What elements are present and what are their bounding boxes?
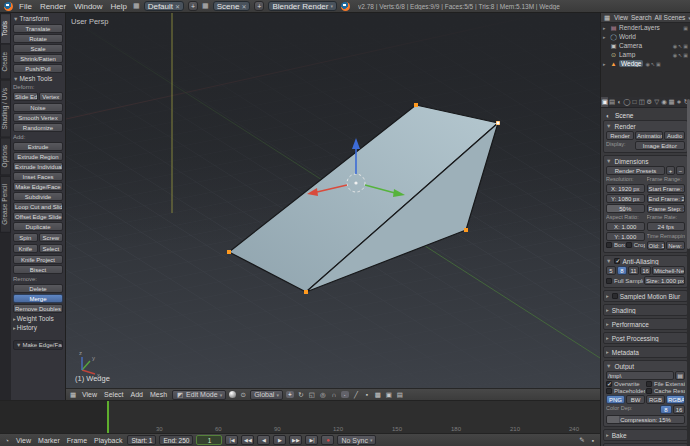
cache-result-checkbox[interactable]: Cache Result — [646, 388, 685, 394]
timeline-view-menu[interactable]: View — [14, 437, 33, 444]
add-menu[interactable]: Add — [129, 391, 145, 398]
history-panel-header[interactable]: ▸History — [13, 323, 63, 332]
resolution-scale-slider[interactable]: 50% — [606, 204, 645, 213]
scale-button[interactable]: Scale — [13, 44, 63, 53]
occlude-geometry-icon[interactable]: ▩ — [374, 391, 382, 399]
timeline-marker-menu[interactable]: Marker — [36, 437, 62, 444]
browse-scenes-icon[interactable]: ▦ — [202, 2, 209, 10]
remap-old-field[interactable]: Old: 10 — [647, 241, 666, 250]
loop-cut-slide-button[interactable]: Loop Cut and Slide — [13, 202, 63, 211]
metadata-panel-header[interactable]: ▸Metadata — [606, 348, 685, 356]
noise-button[interactable]: Noise — [13, 103, 63, 112]
outliner-view-menu[interactable]: View — [614, 14, 628, 21]
transform-panel-header[interactable]: ▼Transform — [13, 14, 63, 23]
close-icon[interactable]: ✕ — [241, 3, 246, 10]
view-menu[interactable]: View — [80, 391, 99, 398]
audio-button[interactable]: Audio — [664, 131, 685, 140]
performance-panel-header[interactable]: ▸Performance — [606, 320, 685, 328]
menu-render[interactable]: Render — [38, 2, 68, 11]
compression-slider[interactable]: Compression: 15% — [606, 415, 685, 424]
pivot-center-icon[interactable]: ⊙ — [239, 391, 247, 399]
jump-to-end-button[interactable]: ▶| — [305, 435, 318, 445]
manipulator-scale-icon[interactable]: ◱ — [308, 391, 316, 399]
add-preset-button[interactable]: + — [666, 166, 675, 175]
render-panel-header[interactable]: ▼Render — [606, 122, 685, 130]
knife-project-button[interactable]: Knife Project — [13, 255, 63, 264]
tab-material[interactable]: ◉ — [660, 97, 667, 107]
slide-vertex-button[interactable]: Vertex — [39, 92, 64, 101]
spin-button[interactable]: Spin — [13, 233, 38, 242]
jump-to-start-button[interactable]: |◀ — [225, 435, 238, 445]
render-button[interactable]: Render — [606, 131, 634, 140]
add-scene-button[interactable]: + — [254, 1, 264, 11]
render-presets-dropdown[interactable]: Render Presets — [606, 166, 665, 175]
menu-window[interactable]: Window — [72, 2, 104, 11]
file-format-dropdown[interactable]: PNG — [606, 395, 625, 404]
tab-constraints[interactable]: ◫ — [638, 97, 645, 107]
rotate-button[interactable]: Rotate — [13, 34, 63, 43]
end-frame-field[interactable]: End: 250 — [159, 435, 193, 445]
anti-aliasing-panel-header[interactable]: ▼Anti-Aliasing — [606, 257, 685, 265]
delete-button[interactable]: Delete — [13, 284, 63, 293]
extrude-region-button[interactable]: Extrude Region — [13, 152, 63, 161]
aa-size-field[interactable]: Size: 1.000 px — [644, 276, 685, 285]
tab-options[interactable]: Options — [0, 137, 11, 175]
dimensions-panel-header[interactable]: ▼Dimensions — [606, 157, 685, 165]
remap-new-field[interactable]: New: 100 — [666, 241, 685, 250]
clock-icon[interactable]: ◔ — [3, 437, 11, 444]
blender-logo-icon[interactable] — [4, 2, 13, 11]
previous-keyframe-button[interactable]: ◀◀ — [241, 435, 254, 445]
aa-samples-11-button[interactable]: 11 — [628, 266, 639, 275]
cursor-select-icon[interactable]: ↖ — [678, 52, 682, 58]
vertex-select-icon[interactable]: ∙ — [341, 391, 349, 398]
screw-button[interactable]: Screw — [39, 233, 64, 242]
operator-panel-header[interactable]: ▼Make Edge/Face — [13, 340, 63, 350]
mesh-tools-panel-header[interactable]: ▼Mesh Tools — [13, 74, 63, 83]
current-frame-field[interactable]: 1 — [196, 435, 222, 445]
keyframe-icon[interactable]: ▪ — [589, 437, 597, 444]
outliner-scope-dropdown[interactable]: All Scenes — [655, 14, 686, 21]
fps-dropdown[interactable]: 24 fps — [647, 222, 686, 231]
current-frame-line[interactable] — [107, 401, 109, 433]
inset-faces-button[interactable]: Inset Faces — [13, 172, 63, 181]
motion-blur-panel-header[interactable]: ▸Sampled Motion Blur — [606, 292, 685, 300]
sync-dropdown[interactable]: No Sync ▾ — [337, 435, 376, 445]
snap-magnet-icon[interactable]: ∩ — [330, 391, 338, 398]
manipulator-rotate-icon[interactable]: ↻ — [297, 391, 305, 399]
weight-tools-panel-header[interactable]: ▸Weight Tools — [13, 314, 63, 323]
post-processing-panel-header[interactable]: ▸Post Processing — [606, 334, 685, 342]
crop-checkbox[interactable]: Crop — [626, 242, 645, 248]
knife-select-button[interactable]: Select — [39, 244, 64, 253]
menu-help[interactable]: Help — [109, 2, 129, 11]
tab-particles[interactable]: ∗ — [675, 97, 682, 107]
tab-object[interactable]: □ — [631, 97, 638, 107]
close-icon[interactable]: ✕ — [175, 3, 180, 10]
randomize-button[interactable]: Randomize — [13, 123, 63, 132]
rgba-button[interactable]: RGBA — [666, 395, 685, 404]
render-toggle-icon[interactable]: ▣ — [656, 61, 661, 67]
tab-tools[interactable]: Tools — [0, 13, 11, 44]
folder-browse-icon[interactable]: ▤ — [675, 371, 685, 380]
orientation-dropdown[interactable]: Global ▾ — [250, 390, 283, 400]
expand-arrow-icon[interactable]: ▸ — [603, 34, 608, 40]
select-menu[interactable]: Select — [102, 391, 125, 398]
aa-samples-5-button[interactable]: 5 — [606, 266, 616, 275]
render-toggle-icon[interactable]: ▣ — [683, 43, 688, 49]
end-frame-field[interactable]: End Frame: 250 — [647, 194, 686, 203]
remove-preset-button[interactable]: − — [676, 166, 685, 175]
tab-render[interactable]: ▣ — [601, 97, 608, 107]
outliner-item-wedge[interactable]: ▸ ▲ Wedge ◉ ↖ ▣ — [601, 59, 690, 68]
tab-modifiers[interactable]: ⚙ — [646, 97, 653, 107]
motion-blur-checkbox[interactable] — [612, 293, 618, 299]
smooth-vertex-button[interactable]: Smooth Vertex — [13, 113, 63, 122]
tab-render-layers[interactable]: ▤ — [608, 97, 615, 107]
viewport-canvas[interactable]: x y z — [66, 13, 600, 388]
cursor-select-icon[interactable]: ↖ — [678, 43, 682, 49]
scene-selector[interactable]: Scene ✕ — [213, 1, 251, 11]
tab-texture[interactable]: ▦ — [668, 97, 675, 107]
depth-8-button[interactable]: 8 — [660, 405, 672, 414]
expand-arrow-icon[interactable]: ▸ — [603, 25, 608, 31]
output-panel-header[interactable]: ▼Output — [606, 362, 685, 370]
duplicate-button[interactable]: Duplicate — [13, 222, 63, 231]
eye-icon[interactable]: ◉ — [645, 61, 649, 67]
